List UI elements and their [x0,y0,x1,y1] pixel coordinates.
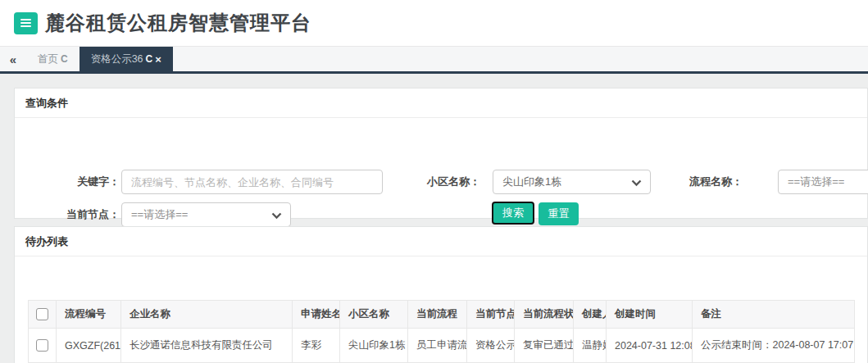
cell-current-node: 资格公示 [467,329,515,363]
app-title: 麓谷租赁公租房智慧管理平台 [45,10,311,36]
query-panel-title: 查询条件 [15,88,867,118]
keyword-label: 关键字： [15,170,120,194]
cell-applicant: 李彩 [293,329,340,363]
community-select[interactable]: 尖山印象1栋 [493,170,651,194]
process-name-label: 流程名称： [644,170,743,194]
col-company: 企业名称 [121,301,293,329]
cell-community: 尖山印象1栋 [340,329,408,363]
community-select-value: 尖山印象1栋 [502,175,561,189]
chevron-down-icon [631,179,642,187]
col-process-no: 流程编号 [57,301,121,329]
todo-panel-title: 待办列表 [15,227,867,256]
community-label: 小区名称： [382,170,480,194]
col-remark: 备注 [693,301,855,329]
tab-qualification-publicity[interactable]: 资格公示36 C × [80,47,173,71]
current-node-select[interactable]: ==请选择== [121,202,291,227]
todo-panel: 待办列表 流程编号 企业名称 申请姓名 小区名称 当前流程 当前节点 当前流程状… [14,226,868,363]
cell-status: 复审已通过 [515,329,574,363]
double-chevron-left-icon: « [10,52,16,66]
cell-remark: 公示结束时间：2024-08-07 17:07:38 [693,329,855,363]
col-creator: 创建人 [574,301,607,329]
current-node-label: 当前节点： [15,202,120,227]
select-all-checkbox[interactable] [36,308,48,320]
tab-active-label: 资格公示36 [91,52,143,66]
tab-home-label: 首页 [38,52,58,66]
col-current-process: 当前流程 [408,301,467,329]
process-name-select[interactable]: ==请选择== [778,170,868,194]
cell-process-no: GXGZF(26113) [57,329,121,363]
row-checkbox[interactable] [36,339,48,352]
tab-home[interactable]: 首页 C [26,47,80,71]
table-row[interactable]: GXGZF(26113) 长沙通诺信息科技有限责任公司 李彩 尖山印象1栋 员工… [29,329,855,363]
refresh-icon[interactable]: C [61,53,68,65]
todo-table: 流程编号 企业名称 申请姓名 小区名称 当前流程 当前节点 当前流程状态 创建人… [28,300,855,363]
keyword-input[interactable] [121,170,383,194]
col-applicant: 申请姓名 [293,301,340,329]
col-created-at: 创建时间 [607,301,693,329]
col-community: 小区名称 [340,301,408,329]
search-button[interactable]: 搜索 [492,202,534,225]
app-header: 麓谷租赁公租房智慧管理平台 [0,0,868,47]
refresh-icon[interactable]: C [146,53,153,65]
current-node-select-value: ==请选择== [131,207,188,222]
hamburger-icon [20,22,31,24]
tab-bar: « 首页 C 资格公示36 C × [0,47,868,74]
cell-company: 长沙通诺信息科技有限责任公司 [121,329,293,363]
cell-current-process: 员工申请流程 [408,329,467,363]
table-header-row: 流程编号 企业名称 申请姓名 小区名称 当前流程 当前节点 当前流程状态 创建人… [29,301,855,329]
collapse-tabs-button[interactable]: « [0,47,26,71]
col-status: 当前流程状态 [515,301,574,329]
menu-toggle-button[interactable] [14,12,38,34]
close-icon[interactable]: × [155,54,161,65]
reset-button[interactable]: 重置 [539,202,579,225]
process-name-select-value: ==请选择== [788,175,844,189]
col-current-node: 当前节点 [467,301,515,329]
cell-created-at: 2024-07-31 12:08:54 [607,329,693,363]
cell-creator: 温静娴 [574,329,607,363]
query-panel: 查询条件 关键字： 小区名称： 尖山印象1栋 流程名称： ==请选择== 当前节… [14,88,868,219]
chevron-down-icon [271,212,282,220]
